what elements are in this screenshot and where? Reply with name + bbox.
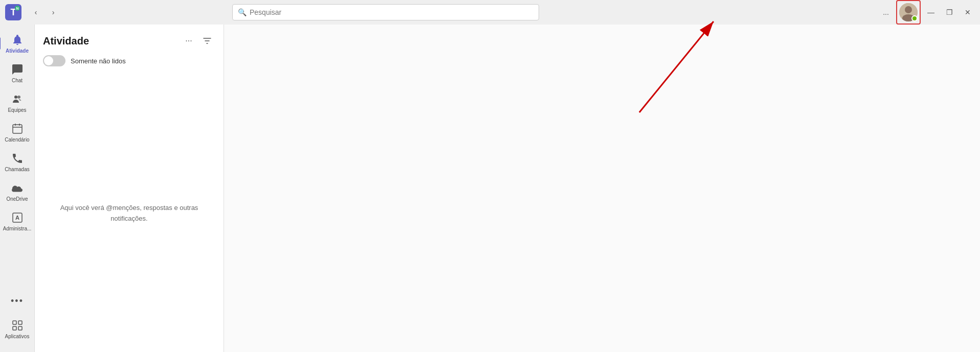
svg-rect-13: [18, 321, 22, 324]
activity-panel: Atividade ··· Somente não lidos Aqui voc…: [35, 25, 224, 352]
teams-logo: T N: [4, 3, 23, 21]
svg-rect-9: [13, 125, 22, 133]
svg-text:A: A: [15, 215, 19, 221]
chat-icon: [10, 62, 25, 77]
sidebar-label-onedrive: OneDrive: [6, 196, 28, 202]
minimize-button[interactable]: —: [923, 4, 939, 20]
search-icon: 🔍: [238, 8, 247, 16]
sidebar-label-calendario: Calendário: [5, 137, 29, 143]
teams-icon: [10, 92, 25, 106]
apps-icon: [10, 318, 25, 333]
toggle-label: Somente não lidos: [71, 57, 126, 65]
sidebar-item-chat[interactable]: Chat: [3, 58, 32, 88]
sidebar-item-chamadas[interactable]: Chamadas: [3, 147, 32, 177]
sidebar-label-aplicativos: Aplicativos: [5, 334, 30, 340]
phone-icon: [10, 151, 25, 166]
search-input[interactable]: [250, 8, 533, 16]
sidebar-label-chat: Chat: [12, 78, 23, 84]
sidebar-label-equipes: Equipes: [8, 107, 26, 113]
search-bar[interactable]: 🔍: [232, 4, 539, 20]
toggle-row: Somente não lidos: [35, 55, 224, 75]
close-button[interactable]: ✕: [960, 4, 976, 20]
bell-icon: [10, 33, 25, 47]
unread-toggle[interactable]: [43, 55, 65, 66]
sidebar-item-equipes[interactable]: Equipes: [3, 88, 32, 118]
admin-icon: A: [10, 210, 25, 225]
svg-rect-14: [13, 326, 16, 330]
more-apps-icon: •••: [10, 294, 25, 308]
activity-empty: Aqui você verá @menções, respostas e out…: [35, 75, 224, 352]
sidebar-label-administra: Administra...: [3, 226, 32, 232]
avatar-status-indicator: [911, 15, 918, 21]
calendar-icon: [10, 122, 25, 136]
activity-empty-message: Aqui você verá @menções, respostas e out…: [45, 203, 213, 224]
nav-arrows: ‹ ›: [28, 4, 61, 20]
svg-text:N: N: [16, 7, 18, 10]
sidebar-bottom: ••• Aplicativos: [3, 290, 32, 348]
more-options-button[interactable]: ...: [878, 4, 894, 20]
filter-icon-btn[interactable]: [199, 33, 215, 49]
svg-rect-12: [13, 321, 16, 324]
activity-header: Atividade ···: [35, 25, 224, 55]
activity-actions: ···: [181, 33, 215, 49]
main-layout: Atividade Chat Equipes: [0, 25, 980, 352]
sidebar: Atividade Chat Equipes: [0, 25, 35, 352]
svg-point-8: [17, 96, 20, 99]
sidebar-item-more[interactable]: •••: [3, 290, 32, 312]
back-button[interactable]: ‹: [28, 4, 44, 20]
forward-button[interactable]: ›: [45, 4, 61, 20]
sidebar-label-chamadas: Chamadas: [5, 167, 29, 173]
svg-rect-15: [18, 326, 22, 330]
sidebar-label-atividade: Atividade: [6, 48, 29, 54]
svg-point-7: [14, 96, 17, 99]
activity-title: Atividade: [43, 35, 89, 47]
sidebar-item-calendario[interactable]: Calendário: [3, 118, 32, 147]
title-bar: T N ‹ › 🔍 ... — ❐ ✕: [0, 0, 980, 25]
onedrive-icon: [10, 181, 25, 195]
more-options-icon-btn[interactable]: ···: [181, 33, 197, 49]
sidebar-item-administra[interactable]: A Administra...: [3, 206, 32, 236]
sidebar-item-aplicativos[interactable]: Aplicativos: [3, 314, 32, 344]
sidebar-item-atividade[interactable]: Atividade: [3, 29, 32, 58]
maximize-button[interactable]: ❐: [941, 4, 957, 20]
title-bar-right: ... — ❐ ✕: [878, 0, 976, 25]
sidebar-item-onedrive[interactable]: OneDrive: [3, 177, 32, 206]
user-avatar-button[interactable]: [896, 0, 921, 25]
svg-point-5: [905, 6, 912, 13]
main-content: [224, 25, 980, 352]
